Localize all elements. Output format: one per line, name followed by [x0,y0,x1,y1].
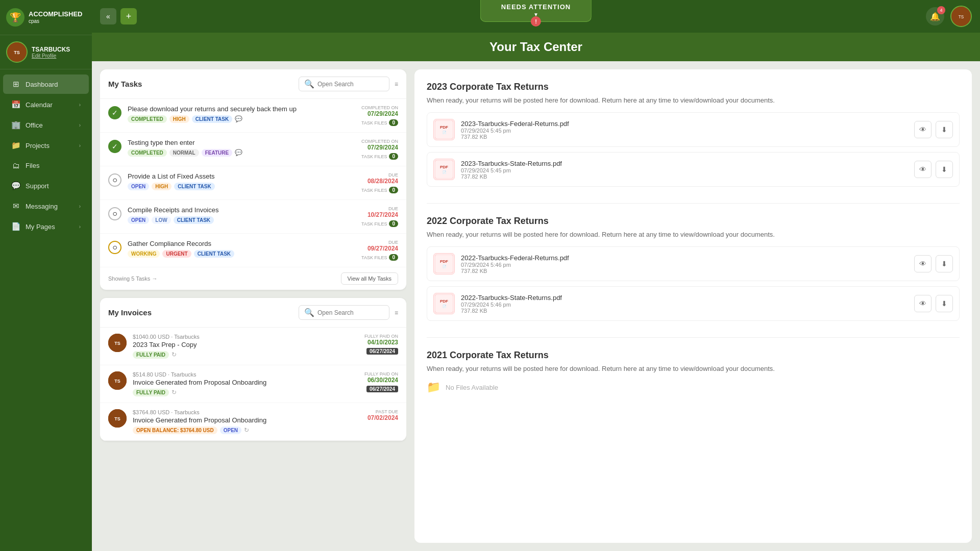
my-invoices-card: My Invoices 🔍 ≡ TS $1040.00 USD [100,298,406,441]
pdf-date: 07/29/2024 5:46 pm [461,302,908,308]
task-title: Please download your returns and securel… [128,105,331,113]
projects-icon: 📁 [11,141,20,150]
badge-completed: COMPLETED [128,115,167,123]
sidebar-item-label: Projects [26,142,50,149]
logo-icon: 🏆 [6,8,24,27]
filter-icon[interactable]: ≡ [395,81,398,88]
table-row[interactable]: ○ Provide a List of Fixed Assets OPEN HI… [100,166,406,200]
avatar: TS [108,371,127,390]
list-item[interactable]: TS $3764.80 USD · Tsarbucks Invoice Gene… [100,403,406,441]
back-button[interactable]: « [100,8,116,24]
invoice-amount: $3764.80 USD · Tsarbucks [133,409,331,415]
view-button[interactable]: 👁 [914,121,932,138]
table-row[interactable]: ✓ Testing type then enter COMPLETED NORM… [100,133,406,166]
main-area: « + NEEDS ATTENTION ▼ ! 🔔 4 TS Your Tax … [92,0,980,551]
view-button[interactable]: 👁 [914,295,932,312]
task-title: Provide a List of Fixed Assets [128,172,331,180]
invoices-search-bar[interactable]: 🔍 [299,305,389,320]
tax-section-2023: 2023 Corporate Tax Returns When ready, y… [427,82,960,187]
filter-icon[interactable]: ≡ [395,309,398,316]
invoice-amount: $514.80 USD · Tsarbucks [133,371,331,378]
task-check-completed: ✓ [108,106,121,119]
sidebar-item-calendar[interactable]: 📅 Calendar › [3,95,89,114]
add-button[interactable]: + [120,8,137,24]
task-files-row: TASK FILES 0 [337,254,398,261]
download-button[interactable]: ⬇ [936,121,953,138]
table-row[interactable]: ○ Gather Compliance Records WORKING URGE… [100,234,406,267]
svg-text:PDF: PDF [440,299,448,304]
task-check-open: ○ [108,173,121,187]
pdf-name: 2023-Tsarbucks-State-Returns.pdf [461,160,908,167]
task-title: Testing type then enter [128,139,331,146]
tax-section-desc: When ready, your returns will be posted … [427,231,960,238]
task-files-row: TASK FILES 0 [337,220,398,227]
tax-section-title: 2022 Corporate Tax Returns [427,216,960,227]
needs-attention-banner[interactable]: NEEDS ATTENTION ▼ ! [480,0,592,22]
badge-client-task: CLIENT TASK [174,216,214,224]
task-check-open: ○ [108,207,121,220]
sidebar-item-my-pages[interactable]: 📄 My Pages › [3,217,89,236]
sidebar-item-messaging[interactable]: ✉ Messaging › [3,196,89,216]
badge-low: LOW [152,216,170,224]
showing-label: Showing 5 Tasks → [108,276,157,282]
avatar: TS [6,41,28,63]
content-area: Your Tax Center My Tasks 🔍 ≡ [92,33,980,551]
view-all-tasks-button[interactable]: View all My Tasks [341,272,398,285]
svg-text:TS: TS [114,416,120,421]
sidebar-profile[interactable]: TS TSARBUCKS Edit Profile [0,35,92,69]
table-row[interactable]: ○ Compile Receipts and Invoices OPEN LOW… [100,200,406,234]
list-item[interactable]: TS $514.80 USD · Tsarbucks Invoice Gener… [100,365,406,403]
task-meta: Completed on 07/29/2024 TASK FILES 0 [337,139,398,160]
my-pages-icon: 📄 [11,222,20,231]
office-icon: 🏢 [11,120,20,130]
invoice-title: 2023 Tax Prep - Copy [133,341,331,348]
sidebar-item-support[interactable]: 💬 Support [3,176,89,195]
comment-icon: 💬 [235,115,242,123]
task-meta: Due 10/27/2024 TASK FILES 0 [337,206,398,227]
badge-client-task: CLIENT TASK [192,115,232,123]
recurring-icon: ↻ [172,351,177,359]
sidebar-item-dashboard[interactable]: ⊞ Dashboard [3,74,89,94]
task-date: 08/28/2024 [337,178,398,185]
svg-text:📄: 📄 [443,305,447,309]
task-files-label: TASK FILES [361,221,387,227]
svg-rect-10 [435,120,453,139]
task-files-label: TASK FILES [361,154,387,159]
sidebar-item-projects[interactable]: 📁 Projects › [3,136,89,155]
pdf-date: 07/29/2024 5:45 pm [461,167,908,173]
notification-button[interactable]: 🔔 4 [926,7,944,26]
download-button[interactable]: ⬇ [936,295,953,312]
my-tasks-header: My Tasks 🔍 ≡ [100,69,406,99]
sidebar-item-label: Messaging [26,203,58,210]
sidebar-logo: 🏆 ACCOMPLISHED cpas [0,0,92,35]
task-check-completed: ✓ [108,140,121,153]
sidebar-item-label: Files [26,162,39,169]
sidebar-item-files[interactable]: 🗂 Files [3,156,89,175]
pdf-item: PDF📄 2022-Tsarbucks-State-Returns.pdf 07… [427,286,960,321]
task-files-row: TASK FILES 0 [337,153,398,160]
logo-text: ACCOMPLISHED cpas [29,10,82,24]
list-item[interactable]: TS $1040.00 USD · Tsarbucks 2023 Tax Pre… [100,328,406,365]
section-divider [427,203,960,204]
view-button[interactable]: 👁 [914,255,932,272]
task-date: 09/27/2024 [337,245,398,252]
invoice-badges: OPEN BALANCE: $3764.80 USD OPEN ↻ [133,427,331,434]
sidebar-item-office[interactable]: 🏢 Office › [3,115,89,135]
tax-section-2022: 2022 Corporate Tax Returns When ready, y… [427,216,960,321]
table-row[interactable]: ✓ Please download your returns and secur… [100,99,406,133]
invoice-date2: 06/27/2024 [366,386,398,392]
download-button[interactable]: ⬇ [936,161,953,178]
svg-text:TS: TS [114,379,120,384]
invoice-amount: $1040.00 USD · Tsarbucks [133,334,331,340]
user-avatar-top[interactable]: TS [950,6,972,27]
invoices-search-input[interactable] [317,309,384,316]
view-button[interactable]: 👁 [914,161,932,178]
tasks-search-input[interactable] [317,81,384,88]
invoice-date2: 06/27/2024 [366,348,398,355]
download-button[interactable]: ⬇ [936,255,953,272]
badge-fully-paid: FULLY PAID [133,351,169,359]
pdf-icon: PDF📄 [433,119,455,140]
tasks-search-bar[interactable]: 🔍 [299,77,389,91]
svg-text:📄: 📄 [443,170,447,174]
my-invoices-title: My Invoices [108,308,293,317]
